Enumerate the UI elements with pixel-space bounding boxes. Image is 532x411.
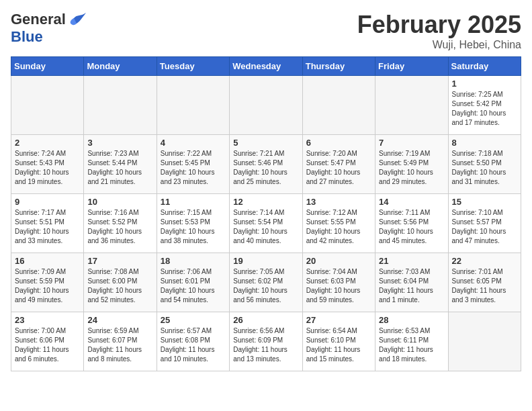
day-info: Sunrise: 7:09 AM Sunset: 5:59 PM Dayligh… bbox=[15, 267, 80, 305]
day-number: 15 bbox=[452, 197, 517, 207]
logo: General Blue bbox=[11, 11, 87, 46]
calendar-cell: 8Sunrise: 7:18 AM Sunset: 5:50 PM Daylig… bbox=[448, 135, 521, 194]
day-number: 26 bbox=[233, 315, 298, 325]
page-header: General Blue February 2025 Wuji, Hebei, … bbox=[11, 11, 521, 51]
calendar-cell: 22Sunrise: 7:01 AM Sunset: 6:05 PM Dayli… bbox=[448, 253, 521, 312]
month-title: February 2025 bbox=[357, 11, 521, 39]
day-number: 7 bbox=[379, 138, 444, 148]
calendar-cell: 2Sunrise: 7:24 AM Sunset: 5:43 PM Daylig… bbox=[11, 135, 84, 194]
day-info: Sunrise: 7:11 AM Sunset: 5:56 PM Dayligh… bbox=[379, 208, 444, 246]
day-info: Sunrise: 7:01 AM Sunset: 6:05 PM Dayligh… bbox=[452, 267, 517, 305]
calendar-cell: 26Sunrise: 6:56 AM Sunset: 6:09 PM Dayli… bbox=[230, 312, 302, 371]
calendar-table: SundayMondayTuesdayWednesdayThursdayFrid… bbox=[11, 56, 521, 371]
day-number: 18 bbox=[161, 256, 226, 266]
day-info: Sunrise: 7:15 AM Sunset: 5:53 PM Dayligh… bbox=[161, 208, 226, 246]
day-number: 11 bbox=[161, 197, 226, 207]
day-number: 19 bbox=[233, 256, 298, 266]
day-number: 9 bbox=[15, 197, 80, 207]
logo-general-text: General bbox=[11, 11, 66, 28]
calendar-cell: 14Sunrise: 7:11 AM Sunset: 5:56 PM Dayli… bbox=[375, 194, 448, 253]
day-number: 28 bbox=[379, 315, 444, 325]
calendar-cell: 15Sunrise: 7:10 AM Sunset: 5:57 PM Dayli… bbox=[448, 194, 521, 253]
day-info: Sunrise: 7:21 AM Sunset: 5:46 PM Dayligh… bbox=[233, 149, 298, 187]
day-number: 6 bbox=[306, 138, 371, 148]
day-info: Sunrise: 7:25 AM Sunset: 5:42 PM Dayligh… bbox=[452, 90, 517, 128]
calendar-cell: 9Sunrise: 7:17 AM Sunset: 5:51 PM Daylig… bbox=[11, 194, 84, 253]
day-info: Sunrise: 7:18 AM Sunset: 5:50 PM Dayligh… bbox=[452, 149, 517, 187]
calendar-body: 1Sunrise: 7:25 AM Sunset: 5:42 PM Daylig… bbox=[11, 76, 521, 371]
day-number: 3 bbox=[87, 138, 152, 148]
day-info: Sunrise: 6:56 AM Sunset: 6:09 PM Dayligh… bbox=[233, 326, 298, 364]
day-number: 21 bbox=[379, 256, 444, 266]
calendar-cell: 7Sunrise: 7:19 AM Sunset: 5:49 PM Daylig… bbox=[375, 135, 448, 194]
day-number: 4 bbox=[161, 138, 226, 148]
day-info: Sunrise: 7:17 AM Sunset: 5:51 PM Dayligh… bbox=[15, 208, 80, 246]
calendar-cell bbox=[157, 76, 229, 135]
day-info: Sunrise: 7:12 AM Sunset: 5:55 PM Dayligh… bbox=[306, 208, 371, 246]
day-info: Sunrise: 7:05 AM Sunset: 6:02 PM Dayligh… bbox=[233, 267, 298, 305]
day-number: 1 bbox=[452, 79, 517, 89]
day-number: 16 bbox=[15, 256, 80, 266]
day-number: 8 bbox=[452, 138, 517, 148]
weekday-header-saturday: Saturday bbox=[448, 57, 521, 76]
calendar-cell: 12Sunrise: 7:14 AM Sunset: 5:54 PM Dayli… bbox=[230, 194, 302, 253]
day-info: Sunrise: 7:22 AM Sunset: 5:45 PM Dayligh… bbox=[161, 149, 226, 187]
calendar-cell: 25Sunrise: 6:57 AM Sunset: 6:08 PM Dayli… bbox=[157, 312, 229, 371]
calendar-week-4: 16Sunrise: 7:09 AM Sunset: 5:59 PM Dayli… bbox=[11, 253, 521, 312]
day-info: Sunrise: 6:59 AM Sunset: 6:07 PM Dayligh… bbox=[87, 326, 152, 364]
day-number: 13 bbox=[306, 197, 371, 207]
day-info: Sunrise: 7:00 AM Sunset: 6:06 PM Dayligh… bbox=[15, 326, 80, 364]
calendar-cell: 10Sunrise: 7:16 AM Sunset: 5:52 PM Dayli… bbox=[84, 194, 157, 253]
day-number: 5 bbox=[233, 138, 298, 148]
day-number: 2 bbox=[15, 138, 80, 148]
calendar-cell bbox=[84, 76, 157, 135]
day-number: 14 bbox=[379, 197, 444, 207]
calendar-cell bbox=[230, 76, 302, 135]
calendar-cell: 3Sunrise: 7:23 AM Sunset: 5:44 PM Daylig… bbox=[84, 135, 157, 194]
calendar-cell: 18Sunrise: 7:06 AM Sunset: 6:01 PM Dayli… bbox=[157, 253, 229, 312]
weekday-header-friday: Friday bbox=[375, 57, 448, 76]
calendar-cell bbox=[11, 76, 84, 135]
calendar-cell bbox=[375, 76, 448, 135]
day-info: Sunrise: 6:57 AM Sunset: 6:08 PM Dayligh… bbox=[161, 326, 226, 364]
day-number: 24 bbox=[87, 315, 152, 325]
title-block: February 2025 Wuji, Hebei, China bbox=[357, 11, 521, 51]
calendar-cell: 19Sunrise: 7:05 AM Sunset: 6:02 PM Dayli… bbox=[230, 253, 302, 312]
day-number: 27 bbox=[306, 315, 371, 325]
weekday-header-wednesday: Wednesday bbox=[230, 57, 302, 76]
day-info: Sunrise: 7:14 AM Sunset: 5:54 PM Dayligh… bbox=[233, 208, 298, 246]
calendar-cell: 4Sunrise: 7:22 AM Sunset: 5:45 PM Daylig… bbox=[157, 135, 229, 194]
calendar-week-2: 2Sunrise: 7:24 AM Sunset: 5:43 PM Daylig… bbox=[11, 135, 521, 194]
calendar-cell: 5Sunrise: 7:21 AM Sunset: 5:46 PM Daylig… bbox=[230, 135, 302, 194]
calendar-cell: 11Sunrise: 7:15 AM Sunset: 5:53 PM Dayli… bbox=[157, 194, 229, 253]
day-number: 17 bbox=[87, 256, 152, 266]
calendar-cell: 6Sunrise: 7:20 AM Sunset: 5:47 PM Daylig… bbox=[302, 135, 375, 194]
calendar-cell: 20Sunrise: 7:04 AM Sunset: 6:03 PM Dayli… bbox=[302, 253, 375, 312]
day-info: Sunrise: 6:53 AM Sunset: 6:11 PM Dayligh… bbox=[379, 326, 444, 364]
day-number: 12 bbox=[233, 197, 298, 207]
calendar-cell: 24Sunrise: 6:59 AM Sunset: 6:07 PM Dayli… bbox=[84, 312, 157, 371]
day-info: Sunrise: 7:10 AM Sunset: 5:57 PM Dayligh… bbox=[452, 208, 517, 246]
calendar-cell: 27Sunrise: 6:54 AM Sunset: 6:10 PM Dayli… bbox=[302, 312, 375, 371]
calendar-header-row: SundayMondayTuesdayWednesdayThursdayFrid… bbox=[11, 57, 521, 76]
day-info: Sunrise: 7:24 AM Sunset: 5:43 PM Dayligh… bbox=[15, 149, 80, 187]
weekday-header-thursday: Thursday bbox=[302, 57, 375, 76]
calendar-cell: 17Sunrise: 7:08 AM Sunset: 6:00 PM Dayli… bbox=[84, 253, 157, 312]
day-info: Sunrise: 6:54 AM Sunset: 6:10 PM Dayligh… bbox=[306, 326, 371, 364]
day-number: 22 bbox=[452, 256, 517, 266]
day-number: 10 bbox=[87, 197, 152, 207]
day-info: Sunrise: 7:19 AM Sunset: 5:49 PM Dayligh… bbox=[379, 149, 444, 187]
day-number: 25 bbox=[161, 315, 226, 325]
calendar-cell: 21Sunrise: 7:03 AM Sunset: 6:04 PM Dayli… bbox=[375, 253, 448, 312]
day-info: Sunrise: 7:16 AM Sunset: 5:52 PM Dayligh… bbox=[87, 208, 152, 246]
weekday-header-tuesday: Tuesday bbox=[157, 57, 229, 76]
calendar-cell: 13Sunrise: 7:12 AM Sunset: 5:55 PM Dayli… bbox=[302, 194, 375, 253]
calendar-week-1: 1Sunrise: 7:25 AM Sunset: 5:42 PM Daylig… bbox=[11, 76, 521, 135]
day-info: Sunrise: 7:23 AM Sunset: 5:44 PM Dayligh… bbox=[87, 149, 152, 187]
logo-blue-text: Blue bbox=[11, 28, 43, 46]
location-title: Wuji, Hebei, China bbox=[357, 39, 521, 51]
calendar-week-5: 23Sunrise: 7:00 AM Sunset: 6:06 PM Dayli… bbox=[11, 312, 521, 371]
calendar-cell: 28Sunrise: 6:53 AM Sunset: 6:11 PM Dayli… bbox=[375, 312, 448, 371]
day-info: Sunrise: 7:04 AM Sunset: 6:03 PM Dayligh… bbox=[306, 267, 371, 305]
day-info: Sunrise: 7:08 AM Sunset: 6:00 PM Dayligh… bbox=[87, 267, 152, 305]
